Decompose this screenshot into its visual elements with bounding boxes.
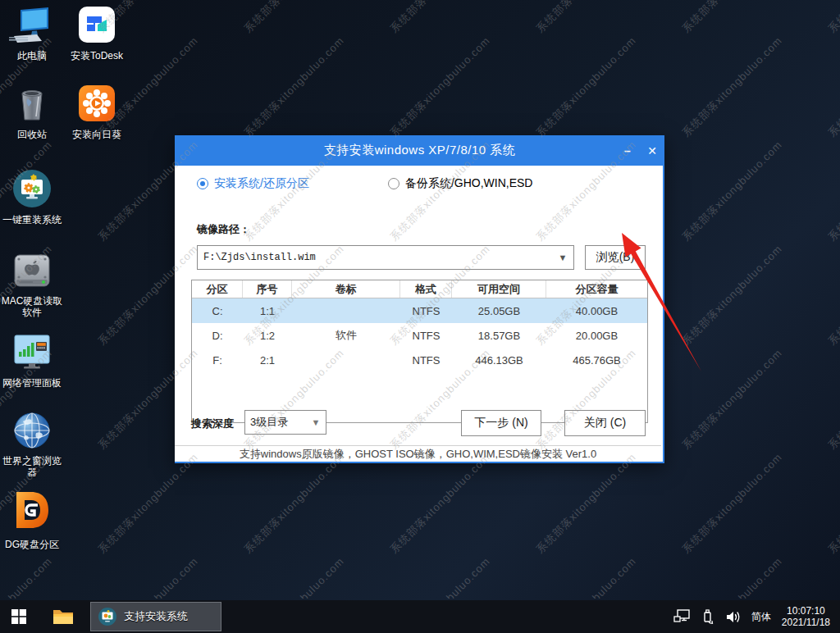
- clock-time: 10:07:10: [782, 605, 830, 617]
- taskbar-clock[interactable]: 10:07:10 2021/11/18: [775, 605, 840, 628]
- dg-partition-icon: [10, 489, 54, 530]
- folder-icon: [52, 608, 74, 626]
- this-pc-icon: [9, 5, 55, 46]
- watermark-text: 系统部落xitongbuluo.com: [533, 554, 640, 599]
- chevron-down-icon[interactable]: ▼: [552, 253, 573, 262]
- desktop: { "watermark": { "text": "系统部落xitongbulu…: [0, 0, 840, 633]
- desktop-icon-sunflower[interactable]: 安装向日葵: [65, 82, 129, 140]
- todesk-icon: [75, 3, 118, 44]
- desktop-icon-dg-partition[interactable]: DG硬盘分区: [0, 489, 64, 550]
- cell-free: 18.57GB: [452, 330, 546, 342]
- table-row-f[interactable]: F: 2:1 NTFS 446.13GB 465.76GB: [192, 348, 647, 372]
- desktop-icon-mac-disk[interactable]: MAC硬盘读取软件: [0, 250, 64, 318]
- watermark-text: 系统部落xitongbuluo.com: [533, 450, 640, 557]
- file-explorer-button[interactable]: [44, 600, 82, 633]
- watermark-text: 系统部落xitongbuluo.com: [387, 450, 494, 557]
- usb-icon[interactable]: [695, 600, 721, 633]
- radio-install-restore[interactable]: 安装系统/还原分区: [197, 176, 309, 191]
- cell-capacity: 465.76GB: [546, 354, 647, 367]
- cell-index: 2:1: [243, 354, 292, 367]
- col-header-capacity: 分区容量: [546, 280, 647, 298]
- dialog-title: 支持安装windows XP/7/8/10 系统: [175, 143, 615, 158]
- watermark-text: 系统部落xitongbuluo.com: [241, 34, 348, 140]
- desktop-icon-label: 安装向日葵: [65, 129, 129, 140]
- desktop-icon-world-browser[interactable]: 世界之窗浏览器: [0, 410, 64, 478]
- install-app-icon: [98, 607, 117, 626]
- next-button[interactable]: 下一步 (N): [461, 410, 541, 436]
- cell-label: 软件: [292, 328, 400, 343]
- watermark-text: 系统部落xitongbuluo.com: [387, 34, 494, 140]
- desktop-icon-one-key-reinstall[interactable]: 一键重装系统: [0, 167, 64, 225]
- taskbar-task-install-system[interactable]: 支持安装系统: [90, 602, 221, 631]
- watermark-text: 系统部落xitongbuluo.com: [679, 450, 786, 557]
- network-icon[interactable]: [669, 600, 695, 633]
- watermark-text: 系统部落xitongbuluo.com: [679, 242, 786, 348]
- image-path-label: 镜像路径：: [197, 222, 250, 237]
- desktop-icon-label: 世界之窗浏览器: [0, 455, 64, 478]
- watermark-text: 系统部落xitongbuluo.com: [825, 138, 840, 244]
- radio-unselected-icon: [388, 178, 399, 189]
- radio-selected-icon: [197, 178, 208, 189]
- recycle-bin-icon: [11, 84, 52, 125]
- desktop-icon-label: 安装ToDesk: [65, 50, 129, 61]
- watermark-text: 系统部落xitongbuluo.com: [825, 450, 840, 557]
- task-label: 支持安装系统: [124, 609, 188, 624]
- desktop-icon-todesk[interactable]: 安装ToDesk: [65, 3, 129, 61]
- search-depth-value: 3级目录: [245, 415, 306, 430]
- radio-backup-label: 备份系统/GHO,WIN,ESD: [405, 176, 533, 191]
- cell-capacity: 40.00GB: [546, 305, 647, 317]
- ime-indicator[interactable]: 简体: [747, 610, 775, 624]
- radio-backup[interactable]: 备份系统/GHO,WIN,ESD: [388, 176, 533, 191]
- watermark-text: 系统部落xitongbuluo.com: [95, 554, 202, 599]
- close-button[interactable]: 关闭 (C): [564, 410, 646, 436]
- cell-format: NTFS: [400, 305, 452, 317]
- table-row-c[interactable]: C: 1:1 NTFS 25.05GB 40.00GB: [192, 298, 647, 323]
- watermark-text: 系统部落xitongbuluo.com: [825, 0, 840, 36]
- chevron-down-icon: ▼: [306, 417, 326, 427]
- watermark-text: 系统部落xitongbuluo.com: [825, 242, 840, 348]
- volume-icon[interactable]: [721, 600, 747, 633]
- col-header-format: 格式: [400, 280, 452, 298]
- cell-format: NTFS: [400, 354, 452, 367]
- cell-index: 1:2: [243, 330, 292, 342]
- clock-date: 2021/11/18: [782, 617, 830, 628]
- cell-partition: D:: [192, 330, 243, 342]
- cell-capacity: 20.00GB: [546, 330, 647, 342]
- sunflower-icon: [75, 82, 118, 123]
- image-path-value: F:\Zjds\install.wim: [198, 252, 552, 263]
- watermark-text: 系统部落xitongbuluo.com: [387, 0, 494, 36]
- close-window-button[interactable]: ✕: [640, 135, 664, 166]
- browse-button[interactable]: 浏览(B): [585, 245, 646, 270]
- watermark-text: 系统部落xitongbuluo.com: [679, 34, 786, 140]
- desktop-icon-label: 一键重装系统: [0, 214, 64, 225]
- desktop-icon-label: DG硬盘分区: [0, 539, 64, 550]
- mac-disk-icon: [11, 250, 52, 291]
- network-panel-icon: [11, 332, 53, 373]
- radio-install-label: 安装系统/还原分区: [214, 176, 309, 191]
- watermark-text: 系统部落xitongbuluo.com: [241, 0, 348, 36]
- start-button[interactable]: [0, 600, 38, 633]
- watermark-text: 系统部落xitongbuluo.com: [533, 34, 640, 140]
- install-dialog: 支持安装windows XP/7/8/10 系统 – ✕ 安装系统/还原分区 备…: [175, 135, 664, 463]
- watermark-text: 系统部落xitongbuluo.com: [679, 0, 786, 36]
- watermark-text: 系统部落xitongbuluo.com: [825, 34, 840, 140]
- desktop-icon-this-pc[interactable]: 此电脑: [0, 5, 64, 61]
- cell-format: NTFS: [400, 330, 452, 342]
- desktop-icon-label: 回收站: [0, 129, 64, 140]
- desktop-icon-label: 此电脑: [0, 50, 64, 61]
- one-key-reinstall-icon: [11, 167, 53, 208]
- search-depth-combobox[interactable]: 3级目录 ▼: [244, 410, 326, 435]
- taskbar: 支持安装系统 简体 10:07:10 2: [0, 600, 840, 633]
- table-row-d[interactable]: D: 1:2 软件 NTFS 18.57GB 20.00GB: [192, 323, 647, 348]
- watermark-text: 系统部落xitongbuluo.com: [0, 554, 56, 599]
- watermark-text: 系统部落xitongbuluo.com: [241, 450, 348, 557]
- dialog-status-text: 支持windows原版镜像，GHOST ISO镜像，GHO,WIM,ESD镜像安…: [175, 445, 661, 462]
- watermark-text: 系统部落xitongbuluo.com: [679, 138, 786, 244]
- desktop-icon-network-panel[interactable]: 网络管理面板: [0, 332, 64, 389]
- watermark-text: 系统部落xitongbuluo.com: [387, 554, 494, 599]
- cell-partition: F:: [192, 354, 243, 367]
- minimize-button[interactable]: –: [615, 135, 640, 166]
- image-path-combobox[interactable]: F:\Zjds\install.wim ▼: [197, 245, 574, 270]
- dialog-titlebar[interactable]: 支持安装windows XP/7/8/10 系统 – ✕: [175, 135, 664, 166]
- desktop-icon-recycle-bin[interactable]: 回收站: [0, 84, 64, 140]
